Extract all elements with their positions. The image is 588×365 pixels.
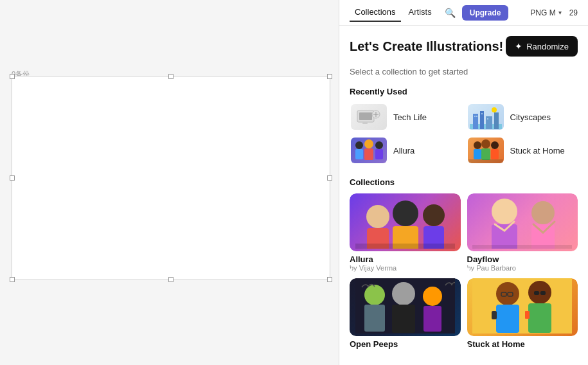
svg-point-40 [531, 201, 555, 224]
svg-rect-58 [492, 311, 497, 319]
hero-section: Let's Create Illustrations! ✦ Randomize [350, 36, 578, 57]
svg-rect-64 [525, 311, 530, 319]
svg-point-18 [364, 139, 373, 148]
svg-point-11 [492, 107, 497, 112]
svg-point-20 [375, 141, 383, 149]
svg-rect-47 [364, 305, 385, 332]
svg-rect-17 [355, 149, 363, 159]
hero-subtitle: Select a collection to get started [350, 67, 578, 76]
svg-rect-54 [496, 305, 519, 333]
svg-rect-10 [494, 112, 499, 129]
format-selector[interactable]: PNG M ▾ [530, 8, 561, 17]
format-value: PNG M [530, 8, 555, 17]
collection-name-allura: Allura [350, 254, 461, 264]
svg-rect-60 [528, 303, 551, 333]
svg-rect-14 [481, 113, 483, 114]
randomize-icon: ✦ [515, 41, 522, 51]
recent-thumb-cityscapes [468, 104, 504, 130]
svg-rect-52 [472, 278, 572, 334]
svg-point-59 [528, 281, 551, 304]
recent-item-cityscapes[interactable]: Cityscapes [467, 103, 578, 131]
svg-point-48 [392, 282, 415, 305]
recent-item-stuck-at-home[interactable]: Stuck at Home [467, 136, 578, 165]
page-number: 29 [569, 8, 578, 17]
recent-label-cityscapes: Cityscapes [510, 112, 551, 122]
collections-grid: Allura by Vijay Verma [350, 193, 578, 349]
svg-point-29 [366, 205, 389, 228]
svg-rect-25 [481, 148, 490, 160]
collection-card-dayflow[interactable]: Dayflow by Pau Barbaro [467, 193, 578, 272]
tab-artists[interactable]: Artists [404, 3, 437, 22]
search-icon[interactable]: 🔍 [442, 5, 458, 21]
svg-rect-9 [486, 116, 492, 129]
canvas-panel: 0备份 [0, 0, 339, 365]
collection-author-dayflow: by Pau Barbaro [467, 264, 578, 272]
collection-author-allura: by Vijay Verma [350, 264, 461, 272]
handle-bot-right[interactable] [327, 277, 332, 282]
collection-image-dayflow [467, 193, 578, 251]
svg-rect-21 [375, 149, 383, 159]
svg-point-31 [393, 200, 418, 226]
svg-rect-35 [355, 244, 455, 249]
handle-mid-right[interactable] [327, 175, 332, 181]
recent-item-tech-life[interactable]: Tech Life [350, 103, 461, 131]
svg-rect-12 [474, 116, 476, 117]
handle-top-left[interactable] [10, 74, 15, 79]
recent-item-allura[interactable]: Allura [350, 136, 461, 165]
recent-thumb-stuck-at-home [468, 138, 504, 163]
svg-point-46 [364, 285, 385, 305]
svg-rect-1 [359, 112, 372, 120]
collections-title: Collections [350, 177, 578, 187]
recent-thumb-tech-life [351, 104, 387, 130]
recent-thumb-allura [351, 138, 387, 163]
chevron-down-icon: ▾ [558, 9, 562, 16]
svg-point-50 [423, 287, 442, 306]
hero-title: Let's Create Illustrations! [350, 39, 503, 54]
svg-rect-19 [364, 148, 373, 160]
upgrade-button[interactable]: Upgrade [462, 5, 509, 21]
collection-name-open-peeps: Open Peeps [350, 339, 461, 349]
handle-mid-left[interactable] [10, 175, 15, 181]
svg-rect-15 [487, 118, 488, 120]
recent-label-tech-life: Tech Life [393, 112, 427, 122]
svg-rect-62 [540, 291, 546, 295]
tab-collections[interactable]: Collections [350, 3, 401, 22]
collection-image-stuck-at-home [467, 278, 578, 336]
handle-bot-left[interactable] [10, 277, 15, 282]
handle-bot-mid[interactable] [168, 277, 174, 282]
svg-rect-61 [534, 291, 539, 295]
collection-card-open-peeps[interactable]: Open Peeps [350, 278, 461, 349]
collection-name-stuck-at-home: Stuck at Home [467, 339, 578, 349]
svg-point-24 [481, 139, 490, 148]
svg-point-16 [355, 141, 363, 149]
recently-used-title: Recently Used [350, 87, 578, 96]
collection-image-allura [350, 193, 461, 251]
svg-rect-27 [491, 149, 499, 159]
handle-top-mid[interactable] [168, 74, 174, 79]
recent-label-stuck-at-home: Stuck at Home [510, 146, 565, 156]
handle-top-right[interactable] [327, 74, 332, 79]
canvas-box [12, 76, 330, 280]
recent-label-allura: Allura [393, 146, 414, 156]
randomize-button[interactable]: ✦ Randomize [506, 36, 578, 57]
svg-rect-49 [392, 305, 415, 333]
svg-point-22 [474, 141, 481, 149]
svg-point-26 [491, 141, 499, 149]
collection-name-dayflow: Dayflow [467, 254, 578, 264]
collection-card-stuck-at-home[interactable]: Stuck at Home [467, 278, 578, 349]
right-panel: Collections Artists 🔍 Upgrade PNG M ▾ 29… [339, 0, 588, 365]
top-nav: Collections Artists 🔍 Upgrade PNG M ▾ 29 [339, 0, 588, 26]
collection-image-open-peeps [350, 278, 461, 336]
svg-rect-2 [362, 122, 368, 124]
svg-rect-28 [468, 159, 503, 163]
svg-point-33 [423, 204, 445, 226]
collection-card-allura[interactable]: Allura by Vijay Verma [350, 193, 461, 272]
recently-used-grid: Tech Life [350, 103, 578, 165]
svg-rect-44 [472, 245, 572, 249]
svg-rect-13 [476, 116, 477, 117]
svg-rect-51 [423, 306, 441, 332]
content-area: Let's Create Illustrations! ✦ Randomize … [339, 26, 588, 365]
svg-rect-23 [474, 149, 481, 159]
randomize-label: Randomize [526, 42, 569, 51]
svg-point-36 [492, 199, 517, 224]
